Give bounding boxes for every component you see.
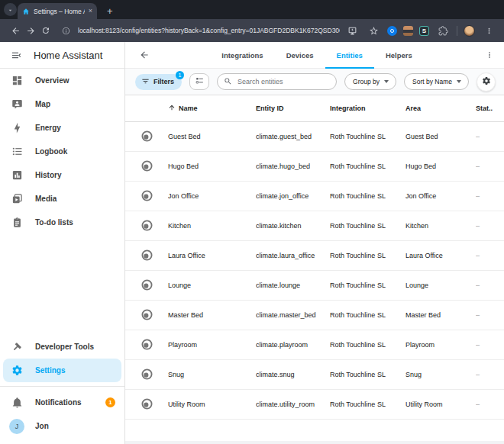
entity-status: – <box>476 371 504 378</box>
entity-name: Playroom <box>168 341 256 349</box>
table-settings-button[interactable] <box>477 72 496 92</box>
sidebar-item-notifications[interactable]: Notifications 1 <box>0 391 124 414</box>
extension-s-icon[interactable]: S <box>419 26 429 36</box>
address-bar[interactable]: localhost:8123/config/entities?historyBa… <box>58 23 340 38</box>
home-assistant-favicon <box>22 5 30 18</box>
sort-ascending-arrow-icon <box>168 104 176 113</box>
entity-status: – <box>476 133 504 140</box>
group-by-dropdown[interactable]: Group by <box>344 73 396 90</box>
table-row[interactable]: Hugo Bed climate.hugo_bed Roth Touchline… <box>125 152 504 182</box>
thermostat-icon <box>141 308 153 323</box>
content-bottom-strip <box>125 441 504 444</box>
tab-entities[interactable]: Entities <box>325 42 374 68</box>
thermostat-icon <box>141 219 153 233</box>
entity-id: climate.jon_office <box>256 192 330 200</box>
main-content: Integrations Devices Entities Helpers Fi… <box>125 42 504 444</box>
menu-toggle-icon[interactable] <box>10 49 22 61</box>
column-header-integration[interactable]: Integration <box>330 105 405 112</box>
column-header-name[interactable]: Name <box>168 104 256 113</box>
site-info-icon[interactable] <box>58 23 73 38</box>
dashboard-icon <box>11 75 23 87</box>
entity-status: – <box>476 162 504 170</box>
selection-mode-button[interactable] <box>189 73 209 90</box>
table-row[interactable]: Master Bed climate.master_bed Roth Touch… <box>125 301 504 330</box>
entity-integration: Roth Touchline SL <box>330 133 405 140</box>
table-row[interactable]: Playroom climate.playroom Roth Touchline… <box>125 330 504 360</box>
chart-box-icon <box>11 169 23 182</box>
table-row[interactable]: Lounge climate.lounge Roth Touchline SL … <box>125 271 504 301</box>
entity-name: Lounge <box>168 282 256 289</box>
entity-name: Jon Office <box>168 192 256 200</box>
browser-toolbar-right: S <box>344 23 496 38</box>
filters-button[interactable]: Filters 1 <box>135 74 182 90</box>
app-title: Home Assistant <box>34 50 102 61</box>
app-header: Integrations Devices Entities Helpers <box>125 42 504 69</box>
table-row[interactable]: Snug climate.snug Roth Touchline SL Snug… <box>125 360 504 390</box>
sidebar-item-settings[interactable]: Settings <box>3 359 121 382</box>
entity-status: – <box>476 192 504 200</box>
extensions-puzzle-icon[interactable] <box>435 23 451 38</box>
search-input[interactable] <box>236 77 330 86</box>
sidebar-item-media[interactable]: Media <box>0 187 124 211</box>
sidebar-divider <box>0 386 124 387</box>
table-row[interactable]: Guest Bed climate.guest_bed Roth Touchli… <box>125 122 504 152</box>
list-checks-icon <box>195 75 205 88</box>
tab-helpers[interactable]: Helpers <box>374 42 424 68</box>
sort-by-dropdown[interactable]: Sort by Name <box>404 73 469 90</box>
sidebar-item-history[interactable]: History <box>0 163 124 187</box>
overflow-menu-kebab-icon[interactable] <box>475 42 504 68</box>
entity-integration: Roth Touchline SL <box>330 371 405 378</box>
filter-variant-icon <box>141 75 150 88</box>
column-header-entity-id[interactable]: Entity ID <box>256 105 330 112</box>
tab-search-button[interactable] <box>4 3 17 16</box>
browser-forward-icon[interactable] <box>23 23 38 38</box>
table-row[interactable]: Kitchen climate.kitchen Roth Touchline S… <box>125 211 504 241</box>
bookmark-star-icon[interactable] <box>366 23 381 38</box>
entity-status: – <box>476 341 504 349</box>
tab-devices[interactable]: Devices <box>275 42 325 68</box>
sidebar-item-overview[interactable]: Overview <box>0 69 124 92</box>
browser-menu-kebab-icon[interactable] <box>481 23 496 38</box>
browser-profile-avatar[interactable] <box>464 25 475 37</box>
new-tab-button[interactable]: + <box>107 6 113 16</box>
tab-close-icon[interactable]: × <box>89 8 92 14</box>
entity-integration: Roth Touchline SL <box>330 341 405 349</box>
entity-integration: Roth Touchline SL <box>330 192 405 200</box>
entity-status: – <box>476 401 504 408</box>
browser-back-icon[interactable] <box>8 23 23 38</box>
entity-integration: Roth Touchline SL <box>330 282 405 289</box>
table-row[interactable]: Laura Office climate.laura_office Roth T… <box>125 241 504 271</box>
sidebar-item-profile[interactable]: J Jon <box>0 414 124 438</box>
entity-name: Utility Room <box>168 401 256 408</box>
extension-mask-icon[interactable] <box>403 26 413 36</box>
install-app-icon[interactable] <box>344 23 360 38</box>
sidebar-item-energy[interactable]: Energy <box>0 116 124 140</box>
sidebar-item-map[interactable]: Map <box>0 92 124 116</box>
table-row[interactable]: Utility Room climate.utility_room Roth T… <box>125 390 504 420</box>
column-header-status[interactable]: Stat.. <box>476 105 504 112</box>
column-header-area[interactable]: Area <box>405 105 476 112</box>
sidebar-item-todo-lists[interactable]: To-do lists <box>0 211 124 234</box>
entity-id: climate.master_bed <box>256 311 330 319</box>
entity-id: climate.snug <box>256 371 330 378</box>
browser-tab-active[interactable]: Settings – Home Assistant × <box>18 3 97 19</box>
entity-status: – <box>476 282 504 289</box>
search-box[interactable] <box>217 73 337 90</box>
sidebar-item-logbook[interactable]: Logbook <box>0 140 124 163</box>
tab-integrations[interactable]: Integrations <box>210 42 274 68</box>
entity-id: climate.laura_office <box>256 252 330 259</box>
play-box-icon <box>11 193 23 205</box>
url-text: localhost:8123/config/entities?historyBa… <box>78 27 340 34</box>
thermostat-icon <box>141 159 153 174</box>
entity-name: Guest Bed <box>168 133 256 140</box>
sidebar-item-developer-tools[interactable]: Developer Tools <box>0 335 124 359</box>
back-button[interactable] <box>130 42 159 68</box>
entity-area: Hugo Bed <box>405 162 476 170</box>
table-row[interactable]: Jon Office climate.jon_office Roth Touch… <box>125 182 504 211</box>
extension-1password-icon[interactable] <box>387 26 397 36</box>
thermostat-icon <box>141 368 153 382</box>
entity-name: Laura Office <box>168 252 256 259</box>
chevron-down-icon <box>457 80 461 83</box>
chevron-down-icon <box>7 3 14 17</box>
browser-reload-icon[interactable] <box>38 23 53 38</box>
